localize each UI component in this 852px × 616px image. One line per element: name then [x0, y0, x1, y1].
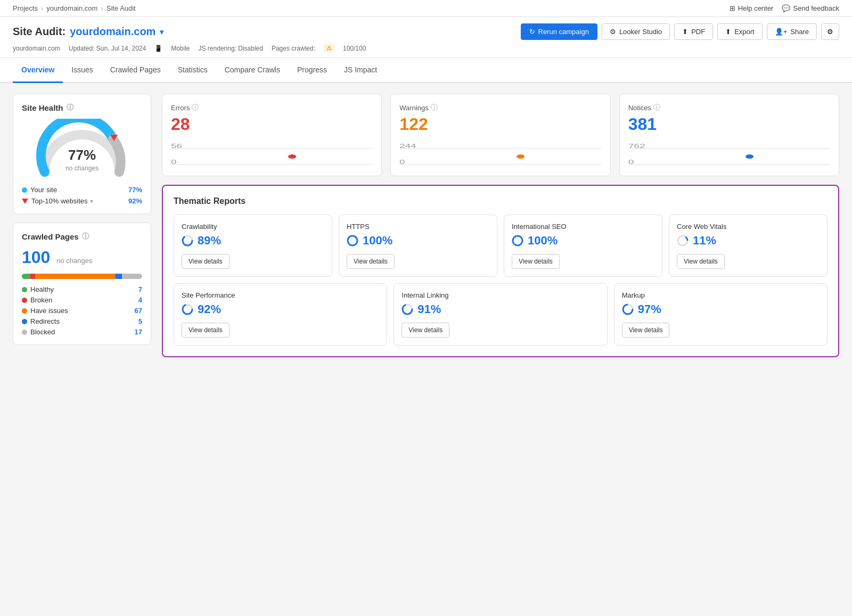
- breadcrumb-domain[interactable]: yourdomain.com: [46, 4, 97, 12]
- crawled-legend-healthy: Healthy 7: [22, 285, 142, 293]
- crawled-count: 100: [22, 248, 50, 267]
- redirects-value: 5: [138, 317, 142, 325]
- site-health-title: Site Health ⓘ: [22, 103, 142, 112]
- svg-point-10: [517, 154, 525, 159]
- gauge-percentage: 77%: [65, 147, 99, 163]
- svg-text:244: 244: [399, 143, 416, 149]
- share-button[interactable]: 👤+ Share: [767, 23, 817, 40]
- your-site-label: Your site: [30, 186, 57, 194]
- top10-dropdown-icon[interactable]: ▾: [90, 198, 93, 205]
- gauge-label: 77% no changes: [65, 147, 99, 172]
- gauge-subtitle: no changes: [65, 165, 99, 172]
- device-info: Mobile: [171, 45, 190, 52]
- errors-mini-chart: 56 0: [171, 141, 373, 167]
- metrics-row: Errors ⓘ 28 56 0 Warnings: [162, 94, 839, 176]
- svg-text:762: 762: [628, 143, 645, 149]
- breadcrumb-site-audit: Site Audit: [106, 4, 136, 12]
- notices-label: Notices ⓘ: [628, 103, 830, 112]
- notices-info-icon[interactable]: ⓘ: [653, 103, 660, 112]
- svg-text:0: 0: [171, 159, 177, 165]
- pdf-button[interactable]: ⬆ PDF: [674, 23, 713, 40]
- site-audit-title: Site Audit: yourdomain.com ▾: [13, 26, 163, 38]
- export-label: Export: [734, 28, 755, 36]
- domain-info: yourdomain.com: [13, 45, 60, 52]
- looker-label: Looker Studio: [619, 28, 662, 36]
- warnings-info-icon[interactable]: ⓘ: [431, 103, 438, 112]
- domain-dropdown-icon[interactable]: ▾: [160, 28, 163, 36]
- svg-text:0: 0: [399, 159, 405, 165]
- site-perf-label: Site Performance: [182, 291, 379, 299]
- top10-icon: [22, 199, 28, 204]
- tab-overview[interactable]: Overview: [13, 58, 63, 83]
- thematic-https: HTTPS 100% View details: [339, 215, 497, 277]
- cwv-label: Core Web Vitals: [677, 223, 820, 231]
- thematic-crawlability: Crawlability 89% View details: [174, 215, 332, 277]
- export-button[interactable]: ⬆ Export: [717, 23, 763, 40]
- svg-point-15: [746, 154, 753, 159]
- js-rendering-info: JS rendering: Disabled: [199, 45, 263, 52]
- internal-linking-view-details-btn[interactable]: View details: [402, 323, 449, 338]
- https-view-details-btn[interactable]: View details: [347, 254, 395, 269]
- warnings-mini-chart: 244 0: [399, 141, 601, 167]
- site-health-legend: Your site 77% Top-10% websites ▾ 92%: [22, 186, 142, 205]
- https-label: HTTPS: [347, 223, 489, 231]
- errors-card: Errors ⓘ 28 56 0: [162, 94, 382, 176]
- left-column: Site Health ⓘ 77% no changes: [13, 94, 151, 357]
- crawled-progress-bar: [22, 274, 142, 279]
- title-prefix: Site Audit:: [13, 26, 65, 38]
- crawled-legend-redirects: Redirects 5: [22, 317, 142, 325]
- errors-info-icon[interactable]: ⓘ: [192, 103, 199, 112]
- https-ring-icon: [347, 235, 358, 247]
- warnings-card: Warnings ⓘ 122 244 0: [390, 94, 610, 176]
- share-label: Share: [790, 28, 809, 36]
- device-icon: 📱: [154, 45, 162, 52]
- help-center-label: Help center: [738, 4, 773, 12]
- legend-your-site: Your site 77%: [22, 186, 142, 194]
- broken-dot: [22, 298, 27, 303]
- site-perf-ring-icon: [182, 303, 193, 315]
- domain-name[interactable]: yourdomain.com: [70, 26, 155, 38]
- nav-tabs: Overview Issues Crawled Pages Statistics…: [0, 58, 852, 83]
- healthy-value: 7: [138, 285, 142, 293]
- notices-mini-chart: 762 0: [628, 141, 830, 167]
- tab-issues[interactable]: Issues: [63, 58, 101, 83]
- tab-progress[interactable]: Progress: [289, 58, 335, 83]
- tab-crawled-pages[interactable]: Crawled Pages: [102, 58, 169, 83]
- pdf-label: PDF: [691, 28, 705, 36]
- pages-crawled-label: Pages crawled:: [272, 45, 315, 52]
- send-feedback-button[interactable]: 💬 Send feedback: [782, 4, 839, 12]
- crawlability-view-details-btn[interactable]: View details: [182, 254, 230, 269]
- svg-text:56: 56: [171, 143, 182, 149]
- intl-seo-label: International SEO: [512, 223, 654, 231]
- share-icon: 👤+: [775, 28, 788, 36]
- thematic-international-seo: International SEO 100% View details: [504, 215, 662, 277]
- intl-seo-view-details-btn[interactable]: View details: [512, 254, 560, 269]
- crawled-pages-info-icon[interactable]: ⓘ: [82, 232, 89, 241]
- export-icon: ⬆: [725, 28, 731, 36]
- breadcrumb-projects[interactable]: Projects: [13, 4, 38, 12]
- pages-count: 100/100: [343, 45, 366, 52]
- errors-chart-svg: 56 0: [171, 141, 373, 167]
- site-perf-view-details-btn[interactable]: View details: [182, 323, 230, 338]
- legend-top10: Top-10% websites ▾ 92%: [22, 197, 142, 205]
- crawlability-pct: 89%: [182, 234, 324, 248]
- warnings-value: 122: [399, 114, 601, 134]
- header-buttons: ↻ Rerun campaign ⚙ Looker Studio ⬆ PDF ⬆…: [521, 23, 840, 40]
- header: Site Audit: yourdomain.com ▾ ↻ Rerun cam…: [0, 17, 852, 58]
- tab-compare-crawls[interactable]: Compare Crawls: [216, 58, 289, 83]
- rerun-campaign-button[interactable]: ↻ Rerun campaign: [521, 23, 597, 40]
- cwv-view-details-btn[interactable]: View details: [677, 254, 725, 269]
- help-center-button[interactable]: ⊞ Help center: [730, 4, 773, 12]
- svg-point-19: [513, 236, 522, 245]
- markup-view-details-btn[interactable]: View details: [622, 323, 670, 338]
- right-column: Errors ⓘ 28 56 0 Warnings: [162, 94, 839, 357]
- crawled-legend-issues: Have issues 67: [22, 307, 142, 315]
- looker-studio-button[interactable]: ⚙ Looker Studio: [602, 23, 670, 40]
- tab-js-impact[interactable]: JS Impact: [335, 58, 386, 83]
- thematic-core-web-vitals: Core Web Vitals 11% View details: [669, 215, 828, 277]
- top10-label: Top-10% websites: [31, 197, 88, 205]
- site-health-info-icon[interactable]: ⓘ: [67, 103, 73, 112]
- crawled-count-row: 100 no changes: [22, 248, 142, 267]
- settings-button[interactable]: ⚙: [821, 23, 839, 40]
- tab-statistics[interactable]: Statistics: [169, 58, 216, 83]
